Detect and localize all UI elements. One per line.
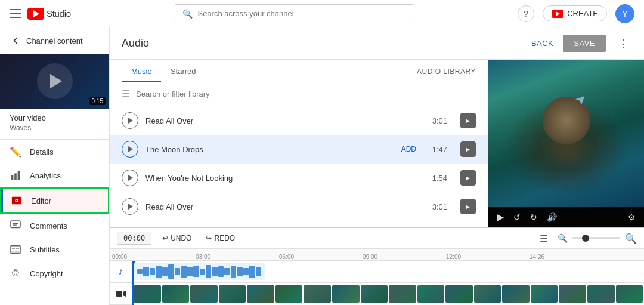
more-options-button[interactable]: ⋮ (615, 35, 632, 52)
equalizer-icon[interactable]: ☰ (540, 233, 548, 244)
waveform-bar (187, 267, 193, 276)
volume-icon[interactable]: 🔊 (547, 212, 557, 222)
list-item[interactable]: Read All Over 3:01 (110, 106, 488, 135)
bar-chart-icon (10, 170, 21, 181)
copyright-label: Copyright (30, 269, 63, 278)
list-item[interactable]: When You're Not Looking 1:54 (110, 164, 488, 192)
audio-track-icon: ♪ (110, 261, 132, 283)
undo-icon: ↩ (162, 234, 168, 242)
track-preview-button[interactable] (460, 113, 476, 128)
video-frame (219, 285, 246, 303)
track-preview-button[interactable] (460, 170, 476, 186)
tab-starred[interactable]: Starred (161, 60, 206, 82)
video-duration-badge: 0:15 (89, 97, 106, 105)
svg-rect-6 (11, 221, 20, 228)
timeline-ruler: 00:00 03:00 06:00 09:00 12:00 14:26 (110, 249, 644, 261)
play-button[interactable] (122, 170, 138, 186)
ruler-mark: 03:00 (196, 254, 279, 260)
waveform-bar (231, 266, 236, 278)
audio-library-link[interactable]: AUDIO LIBRARY (417, 60, 476, 82)
list-item[interactable]: Read All Over 3:01 (110, 192, 488, 221)
track-preview-button[interactable] (460, 199, 476, 214)
svg-marker-15 (123, 291, 126, 297)
rewind-icon[interactable]: ↺ (513, 212, 521, 222)
ruler-mark: 14:26 (530, 254, 642, 260)
library-search-input[interactable] (136, 90, 476, 98)
search-input[interactable] (197, 9, 405, 18)
sidebar-item-editor[interactable]: Editor (0, 187, 109, 214)
sidebar-item-copyright[interactable]: © Copyright (0, 261, 109, 285)
svg-rect-1 (14, 173, 17, 180)
sidebar-item-analytics[interactable]: Analytics (0, 164, 109, 187)
video-frame (275, 285, 303, 303)
create-button[interactable]: CREATE (543, 5, 607, 21)
topbar-left: Studio (10, 8, 71, 20)
sidebar-item-subtitles[interactable]: Subtitles (0, 238, 109, 261)
comments-label: Comments (30, 221, 67, 230)
track-duration: 3:01 (429, 116, 447, 125)
create-video-icon (552, 10, 564, 18)
audio-track-row (132, 261, 644, 283)
waveform-bar (243, 268, 249, 275)
play-button[interactable] (122, 112, 138, 129)
svg-rect-9 (11, 246, 20, 254)
video-preview: ➤ ▶ ↺ ↻ 🔊 ⚙ (488, 60, 644, 227)
youtube-logo: Studio (27, 8, 71, 20)
main-layout: Channel content 0:15 Your video Waves ✏️… (0, 27, 644, 305)
redo-button[interactable]: ↪ REDO (202, 232, 239, 244)
list-item[interactable]: The Goon's Loose 2:34 (110, 221, 488, 227)
video-frame (389, 285, 416, 303)
track-duration: 1:54 (429, 174, 447, 183)
sidebar-item-details[interactable]: ✏️ Details (0, 140, 109, 164)
tab-music[interactable]: Music (122, 60, 161, 82)
zoom-out-icon[interactable]: 🔍 (558, 233, 568, 243)
analytics-label: Analytics (30, 171, 61, 180)
play-control-icon[interactable]: ▶ (497, 211, 504, 223)
sidebar-nav: ✏️ Details Analytics Editor (0, 140, 109, 305)
sidebar-item-comments[interactable]: Comments (0, 214, 109, 238)
play-button[interactable] (122, 141, 138, 158)
copyright-icon: © (10, 267, 21, 279)
hamburger-menu[interactable] (10, 8, 21, 20)
zoom-slider[interactable] (572, 237, 620, 239)
track-preview-button[interactable] (460, 141, 476, 157)
timeline-toolbar: 00:00 ↩ UNDO ↪ REDO ☰ 🔍 (110, 228, 644, 249)
zoom-in-icon[interactable]: 🔍 (625, 233, 637, 244)
timeline-content (132, 261, 644, 305)
ruler-mark: 12:00 (446, 254, 530, 260)
video-frame (162, 285, 190, 303)
video-title: Your video (10, 113, 100, 122)
forward-icon[interactable]: ↻ (530, 212, 537, 222)
save-button[interactable]: SAVE (563, 35, 606, 52)
subtitles-icon (10, 244, 21, 255)
sidebar-back-button[interactable]: Channel content (0, 27, 109, 54)
video-frame (134, 285, 161, 303)
time-display: 00:00 (117, 232, 151, 245)
audio-header-actions: BACK SAVE ⋮ (531, 35, 632, 52)
comment-icon (10, 220, 21, 232)
undo-button[interactable]: ↩ UNDO (159, 232, 195, 244)
waveform-bar (143, 267, 148, 277)
back-link[interactable]: BACK (531, 39, 553, 48)
waveform-bar (175, 268, 180, 275)
redo-icon: ↪ (206, 234, 212, 242)
content-area: Audio BACK SAVE ⋮ Music Starred AUDIO LI… (110, 27, 644, 305)
waveform-bar (150, 268, 155, 276)
help-button[interactable]: ? (518, 5, 534, 22)
settings-icon[interactable]: ⚙ (628, 212, 636, 222)
create-label: CREATE (567, 9, 598, 18)
list-item[interactable]: The Moon Drops ADD 1:47 (110, 135, 488, 164)
timeline-right: ☰ 🔍 🔍 (540, 233, 637, 244)
video-frame (190, 285, 218, 303)
waveform-bar (200, 269, 205, 275)
split-view: Music Starred AUDIO LIBRARY ☰ (110, 60, 644, 227)
video-subtitle: Waves (10, 124, 100, 132)
track-add-button[interactable]: ADD (401, 145, 416, 153)
library-panel: Music Starred AUDIO LIBRARY ☰ (110, 60, 488, 227)
play-button[interactable] (122, 198, 138, 215)
avatar[interactable]: Y (615, 4, 634, 23)
ruler-mark: 00:00 (112, 254, 196, 260)
waveform-bar (137, 269, 143, 274)
editor-label: Editor (31, 196, 51, 205)
preview-screen: ➤ (488, 60, 644, 207)
